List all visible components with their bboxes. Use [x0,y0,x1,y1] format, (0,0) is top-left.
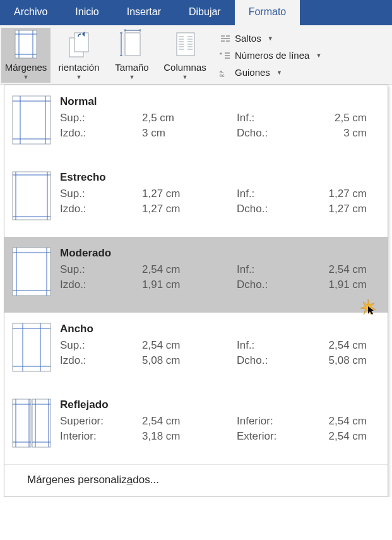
margin-row: Sup.:2,5 cmInf.:2,5 cm [60,112,381,124]
margin-row-value: 2,54 cm [142,339,237,352]
margin-option-body: ReflejadoSuperior:2,54 cmInferior:2,54 c… [60,399,381,448]
margin-option-body: AnchoSup.:2,54 cmInf.:2,54 cmIzdo.:5,08 … [60,323,381,372]
breaks-icon [220,34,231,43]
margin-row-value2: 2,54 cm [319,415,367,428]
columns-label: Columnas [163,62,206,73]
chevron-down-icon: ▼ [316,52,321,59]
ribbon-toolbar: Márgenes ▼ rientación ▼ [0,25,392,85]
svg-text:#: # [220,52,222,56]
margin-option-body: NormalSup.:2,5 cmInf.:2,5 cmIzdo.:3 cmDc… [60,95,381,145]
custom-margins-item[interactable]: Márgenes personalizados... [4,464,388,496]
margin-option-moderado[interactable]: ModeradoSup.:2,54 cmInf.:2,54 cmIzdo.:1,… [4,237,388,313]
margins-button[interactable]: Márgenes ▼ [1,28,50,83]
margin-row-label2: Inf.: [237,339,319,352]
chevron-down-icon: ▼ [129,74,135,80]
orientation-icon [66,29,92,59]
margin-row: Izdo.:3 cmDcho.:3 cm [60,127,381,140]
tab-formato[interactable]: Formato [235,0,300,25]
line-numbers-button[interactable]: # Números de línea ▼ [215,47,326,63]
margin-row-value: 2,54 cm [142,415,237,428]
margin-row-label2: Inf.: [237,263,319,276]
margin-row-value: 2,5 cm [142,112,237,124]
chevron-down-icon: ▼ [182,74,188,80]
margin-thumb-icon [12,247,51,296]
margin-option-reflejado[interactable]: ReflejadoSuperior:2,54 cmInferior:2,54 c… [4,388,388,464]
custom-margins-label-pre: Márgenes personaliz [27,474,127,486]
svg-rect-6 [74,33,88,52]
chevron-down-icon: ▼ [23,74,29,80]
svg-rect-52 [32,399,50,447]
margin-option-estrecho[interactable]: EstrechoSup.:1,27 cmInf.:1,27 cmIzdo.:1,… [4,161,388,237]
margin-row-label: Sup.: [60,263,142,276]
margin-row-value: 1,27 cm [142,188,237,200]
margin-row-label2: Dcho.: [237,127,319,140]
margin-row: Sup.:1,27 cmInf.:1,27 cm [60,188,381,200]
margin-row-label: Sup.: [60,112,142,124]
margin-option-body: ModeradoSup.:2,54 cmInf.:2,54 cmIzdo.:1,… [60,247,381,296]
margin-row-value: 1,27 cm [142,203,237,215]
svg-rect-51 [13,399,31,447]
hyphenation-label: Guiones [235,67,270,78]
size-button[interactable]: Tamaño ▼ [107,28,157,83]
margin-option-title: Moderado [60,247,381,260]
orientation-button[interactable]: rientación ▼ [54,28,104,83]
margin-option-normal[interactable]: NormalSup.:2,5 cmInf.:2,5 cmIzdo.:3 cmDc… [4,85,388,161]
page-setup-group: Saltos ▼ # Números de línea ▼ a- bc Guio… [213,28,328,83]
columns-icon [172,29,198,59]
margin-option-title: Ancho [60,323,381,335]
margin-row-value: 2,54 cm [142,263,237,276]
columns-button[interactable]: Columnas ▼ [160,28,210,83]
margin-row-label: Interior: [60,430,142,443]
margin-row: Sup.:2,54 cmInf.:2,54 cm [60,339,381,352]
cursor-click-icon [360,299,376,315]
orientation-label: rientación [58,62,99,73]
margin-option-body: EstrechoSup.:1,27 cmInf.:1,27 cmIzdo.:1,… [60,171,381,220]
svg-rect-30 [13,96,50,144]
margin-row-value: 5,08 cm [142,354,237,367]
margin-row-label2: Inf.: [237,112,319,124]
margin-row-value2: 3 cm [319,127,367,140]
margin-row-label2: Dcho.: [237,279,319,291]
margin-thumb-icon [12,95,51,145]
svg-rect-46 [13,323,50,371]
margin-thumb-icon [12,171,51,220]
hyphenation-icon: a- bc [220,68,231,77]
line-numbers-icon: # [220,51,231,60]
margin-option-title: Reflejado [60,399,381,411]
margin-row-value2: 2,54 cm [319,430,367,443]
breaks-button[interactable]: Saltos ▼ [215,30,326,46]
tab-dibujar[interactable]: Dibujar [175,0,235,25]
margins-dropdown: NormalSup.:2,5 cmInf.:2,5 cmIzdo.:3 cmDc… [4,85,388,497]
svg-rect-0 [15,30,37,58]
custom-margins-label-underline: a [127,474,133,486]
tab-archivo[interactable]: Archivo [0,0,61,25]
margin-row-label2: Dcho.: [237,354,319,367]
breaks-label: Saltos [235,33,261,44]
margin-thumb-icon [12,323,51,372]
margin-row-value2: 2,54 cm [319,263,367,276]
margin-row-value: 1,91 cm [142,279,237,291]
tab-insertar[interactable]: Insertar [113,0,175,25]
margin-option-ancho[interactable]: AnchoSup.:2,54 cmInf.:2,54 cmIzdo.:5,08 … [4,313,388,388]
margin-row-value2: 2,5 cm [319,112,367,124]
margin-row: Izdo.:1,91 cmDcho.:1,91 cm [60,279,381,291]
size-icon [119,29,145,59]
margin-row: Superior:2,54 cmInferior:2,54 cm [60,415,381,428]
margin-row-label2: Exterior: [237,430,319,443]
margin-row-label: Izdo.: [60,203,142,215]
margin-option-title: Estrecho [60,171,381,184]
custom-margins-label-post: dos... [133,474,159,486]
chevron-down-icon: ▼ [268,35,273,42]
tab-inicio[interactable]: Inicio [61,0,112,25]
size-label: Tamaño [115,62,148,73]
hyphenation-button[interactable]: a- bc Guiones ▼ [215,64,326,80]
chevron-down-icon: ▼ [76,74,82,80]
margin-row-label2: Inferior: [237,415,319,428]
margin-row-label2: Inf.: [237,188,319,200]
margin-row-value2: 2,54 cm [319,339,367,352]
margin-row-value: 3,18 cm [142,430,237,443]
margin-row: Sup.:2,54 cmInf.:2,54 cm [60,263,381,276]
margin-row-label: Izdo.: [60,127,142,140]
margins-icon [13,29,39,59]
margin-row-label: Izdo.: [60,279,142,291]
